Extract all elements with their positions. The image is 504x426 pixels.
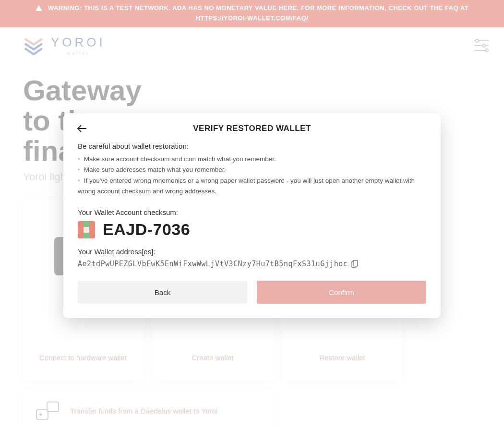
back-button[interactable]: Back [78,281,247,304]
copy-icon[interactable] [351,260,358,268]
checksum-row: EAJD-7036 [78,220,426,239]
checksum-label: Your Wallet Account checksum: [78,208,426,216]
warning-item: If you've entered wrong mnemonics or a w… [78,176,426,197]
svg-rect-14 [353,260,358,266]
warning-item: Make sure addresses match what you remem… [78,165,426,175]
modal-title: VERIFY RESTORED WALLET [78,124,426,133]
modal-button-row: Back Confirm [78,281,426,304]
checksum-value: EAJD-7036 [103,220,190,239]
confirm-button[interactable]: Confirm [257,281,426,304]
warning-item: Make sure account checksum and icon matc… [78,154,426,165]
modal-backdrop: VERIFY RESTORED WALLET Be careful about … [0,0,504,426]
address-label: Your Wallet address[es]: [78,248,426,256]
restoration-warning-list: Make sure account checksum and icon matc… [78,154,426,200]
restoration-warning-title: Be careful about wallet restoration: [78,142,426,150]
wallet-plate-icon [78,221,95,238]
wallet-address: Ae2tdPwUPEZGLVbFwK5EnWiFxwWwLjVtV3CNzy7H… [78,260,348,268]
back-arrow-icon[interactable] [77,125,87,132]
verify-restored-wallet-modal: VERIFY RESTORED WALLET Be careful about … [63,113,441,318]
address-row: Ae2tdPwUPEZGLVbFwK5EnWiFxwWwLjVtV3CNzy7H… [78,260,426,268]
